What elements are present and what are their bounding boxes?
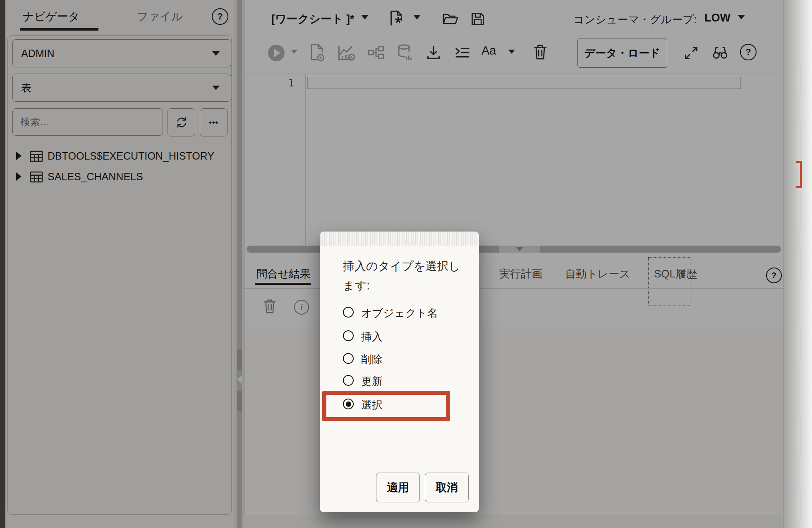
radio-label: オブジェクト名 <box>361 306 438 320</box>
radio-icon[interactable] <box>343 307 354 318</box>
radio-label: 挿入 <box>361 330 383 344</box>
radio-option-insert[interactable]: 挿入 <box>343 328 467 344</box>
radio-icon[interactable] <box>343 353 354 364</box>
radio-option-delete[interactable]: 削除 <box>343 351 467 367</box>
dialog-header-texture <box>320 232 479 246</box>
selected-option-highlight <box>322 391 450 421</box>
dialog-title: 挿入のタイプを選択します: <box>343 256 465 295</box>
radio-icon[interactable] <box>343 375 354 386</box>
apply-button[interactable]: 適用 <box>376 473 420 502</box>
radio-option-object-name[interactable]: オブジェクト名 <box>343 304 467 321</box>
insert-type-dialog: 挿入のタイプを選択します: オブジェクト名 挿入 削除 更新 選択 適用 取消 <box>320 232 479 512</box>
right-edge-fade <box>782 0 812 528</box>
radio-label: 削除 <box>361 352 383 367</box>
right-edge-highlight-fragment <box>796 161 802 188</box>
radio-label: 更新 <box>361 374 383 389</box>
radio-icon[interactable] <box>343 330 354 341</box>
cancel-button[interactable]: 取消 <box>425 473 469 502</box>
radio-option-update[interactable]: 更新 <box>343 373 467 389</box>
